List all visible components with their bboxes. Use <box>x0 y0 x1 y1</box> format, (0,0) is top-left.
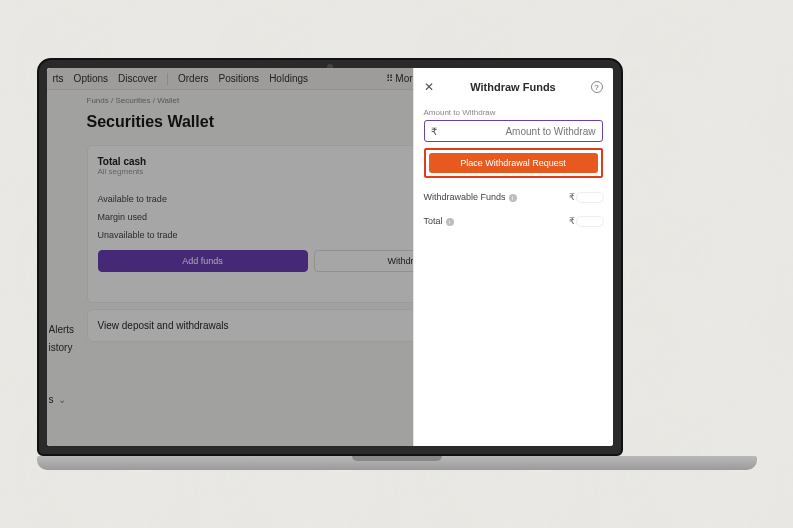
laptop-base <box>37 456 757 470</box>
cta-highlight: Place Withdrawal Request <box>424 148 603 178</box>
info-icon[interactable]: i <box>446 218 454 226</box>
masked-value <box>577 217 603 226</box>
currency-symbol: ₹ <box>569 216 575 226</box>
place-withdrawal-button[interactable]: Place Withdrawal Request <box>429 153 598 173</box>
amount-input-wrap[interactable]: ₹ <box>424 120 603 142</box>
help-icon[interactable]: ? <box>591 81 603 93</box>
total-label: Total <box>424 216 443 226</box>
info-icon[interactable]: i <box>509 194 517 202</box>
currency-symbol: ₹ <box>431 126 437 137</box>
amount-input[interactable] <box>441 126 596 137</box>
close-icon[interactable]: ✕ <box>424 80 434 94</box>
currency-symbol: ₹ <box>569 192 575 202</box>
withdraw-panel: ✕ Withdraw Funds ? Amount to Withdraw ₹ … <box>413 68 613 446</box>
masked-value <box>577 193 603 202</box>
withdrawable-funds-label: Withdrawable Funds <box>424 192 506 202</box>
amount-label: Amount to Withdraw <box>424 108 603 117</box>
panel-title: Withdraw Funds <box>470 81 555 93</box>
